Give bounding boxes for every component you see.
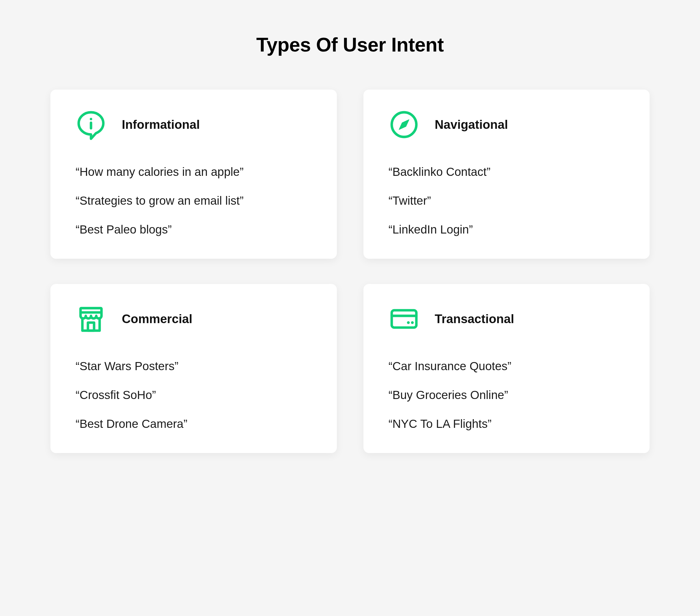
card-header: Navigational: [389, 109, 625, 140]
card-title: Informational: [122, 117, 200, 131]
card-header: Commercial: [76, 303, 312, 334]
card-header: Informational: [76, 109, 312, 140]
example-list: “How many calories in an apple” “Strateg…: [76, 165, 312, 236]
list-item: “Star Wars Posters”: [76, 360, 312, 373]
list-item: “Backlinko Contact”: [389, 165, 625, 179]
card-title: Commercial: [122, 312, 192, 326]
list-item: “How many calories in an apple”: [76, 165, 312, 179]
cards-grid: Informational “How many calories in an a…: [50, 90, 650, 453]
card-informational: Informational “How many calories in an a…: [50, 90, 337, 259]
svg-point-8: [407, 321, 410, 324]
list-item: “Car Insurance Quotes”: [389, 360, 625, 373]
svg-marker-3: [399, 120, 409, 129]
credit-card-icon: [389, 303, 420, 334]
card-navigational: Navigational “Backlinko Contact” “Twitte…: [363, 90, 650, 259]
card-transactional: Transactional “Car Insurance Quotes” “Bu…: [363, 284, 650, 453]
card-title: Transactional: [435, 312, 514, 326]
svg-rect-4: [80, 308, 102, 313]
list-item: “Strategies to grow an email list”: [76, 194, 312, 208]
example-list: “Backlinko Contact” “Twitter” “LinkedIn …: [389, 165, 625, 236]
list-item: “Buy Groceries Online”: [389, 388, 625, 402]
example-list: “Star Wars Posters” “Crossfit SoHo” “Bes…: [76, 360, 312, 431]
svg-rect-5: [88, 323, 94, 331]
example-list: “Car Insurance Quotes” “Buy Groceries On…: [389, 360, 625, 431]
card-header: Transactional: [389, 303, 625, 334]
list-item: “Best Paleo blogs”: [76, 223, 312, 236]
compass-icon: [389, 109, 420, 140]
svg-rect-6: [392, 310, 416, 328]
info-bubble-icon: [76, 109, 107, 140]
list-item: “NYC To LA Flights”: [389, 417, 625, 431]
svg-point-0: [90, 118, 92, 121]
storefront-icon: [76, 303, 107, 334]
list-item: “Crossfit SoHo”: [76, 388, 312, 402]
list-item: “Best Drone Camera”: [76, 417, 312, 431]
card-title: Navigational: [435, 117, 508, 131]
list-item: “LinkedIn Login”: [389, 223, 625, 236]
card-commercial: Commercial “Star Wars Posters” “Crossfit…: [50, 284, 337, 453]
list-item: “Twitter”: [389, 194, 625, 208]
page-title: Types Of User Intent: [50, 34, 650, 56]
svg-point-9: [411, 321, 414, 324]
